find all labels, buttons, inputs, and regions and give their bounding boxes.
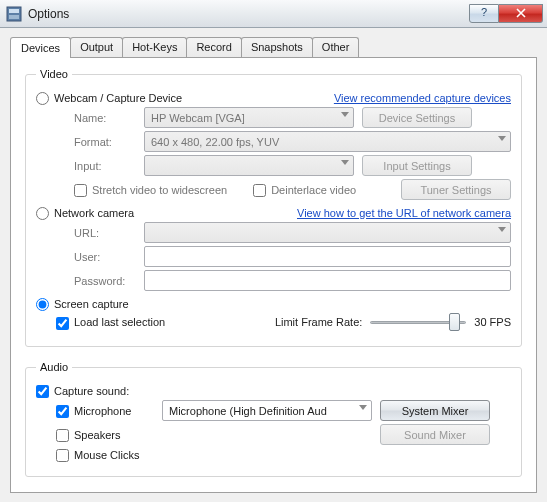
input-password[interactable] bbox=[144, 270, 511, 291]
tab-panel-devices: Video Webcam / Capture Device View recom… bbox=[10, 57, 537, 493]
label-user: User: bbox=[74, 251, 144, 263]
combo-microphone-value: Microphone (High Definition Aud bbox=[169, 405, 327, 417]
cb-microphone-label: Microphone bbox=[74, 405, 162, 417]
help-button[interactable]: ? bbox=[469, 4, 499, 23]
chevron-down-icon bbox=[341, 160, 349, 165]
svg-rect-2 bbox=[9, 15, 19, 19]
cb-deinterlace[interactable] bbox=[253, 184, 266, 197]
radio-network-camera-label: Network camera bbox=[54, 207, 134, 219]
cb-capture-sound-label: Capture sound: bbox=[54, 385, 129, 397]
titlebar: Options ? bbox=[0, 0, 547, 28]
radio-webcam-label: Webcam / Capture Device bbox=[54, 92, 182, 104]
cb-speakers-label: Speakers bbox=[74, 429, 162, 441]
cb-capture-sound[interactable] bbox=[36, 385, 49, 398]
group-video-legend: Video bbox=[36, 68, 72, 80]
combo-webcam-name-value: HP Webcam [VGA] bbox=[151, 112, 245, 124]
client-area: Devices Output Hot-Keys Record Snapshots… bbox=[0, 28, 547, 502]
radio-screen-capture-label: Screen capture bbox=[54, 298, 129, 310]
tab-snapshots[interactable]: Snapshots bbox=[241, 37, 313, 58]
label-name: Name: bbox=[74, 112, 144, 124]
radio-webcam[interactable] bbox=[36, 92, 49, 105]
titlebar-buttons: ? bbox=[469, 4, 543, 24]
label-format: Format: bbox=[74, 136, 144, 148]
combo-format-value: 640 x 480, 22.00 fps, YUV bbox=[151, 136, 279, 148]
combo-url[interactable] bbox=[144, 222, 511, 243]
tab-record[interactable]: Record bbox=[186, 37, 241, 58]
chevron-down-icon bbox=[498, 136, 506, 141]
cb-load-last[interactable] bbox=[56, 317, 69, 330]
label-url: URL: bbox=[74, 227, 144, 239]
btn-system-mixer[interactable]: System Mixer bbox=[380, 400, 490, 421]
combo-input[interactable] bbox=[144, 155, 354, 176]
cb-microphone[interactable] bbox=[56, 405, 69, 418]
cb-stretch[interactable] bbox=[74, 184, 87, 197]
combo-webcam-name[interactable]: HP Webcam [VGA] bbox=[144, 107, 354, 128]
tab-hot-keys[interactable]: Hot-Keys bbox=[122, 37, 187, 58]
fps-value: 30 FPS bbox=[474, 316, 511, 328]
group-audio: Audio Capture sound: Microphone Micropho… bbox=[25, 361, 522, 477]
tab-devices[interactable]: Devices bbox=[10, 37, 71, 58]
close-button[interactable] bbox=[499, 4, 543, 23]
btn-tuner-settings[interactable]: Tuner Settings bbox=[401, 179, 511, 200]
tab-output[interactable]: Output bbox=[70, 37, 123, 58]
cb-mouse-clicks[interactable] bbox=[56, 449, 69, 462]
radio-network-camera[interactable] bbox=[36, 207, 49, 220]
chevron-down-icon bbox=[359, 405, 367, 410]
cb-stretch-label: Stretch video to widescreen bbox=[92, 184, 227, 196]
radio-screen-capture[interactable] bbox=[36, 298, 49, 311]
label-limit-frame-rate: Limit Frame Rate: bbox=[275, 316, 362, 328]
label-input: Input: bbox=[74, 160, 144, 172]
svg-text:?: ? bbox=[481, 8, 487, 18]
group-audio-legend: Audio bbox=[36, 361, 72, 373]
svg-rect-1 bbox=[9, 9, 19, 13]
cb-deinterlace-label: Deinterlace video bbox=[271, 184, 356, 196]
cb-speakers[interactable] bbox=[56, 429, 69, 442]
btn-sound-mixer[interactable]: Sound Mixer bbox=[380, 424, 490, 445]
combo-format[interactable]: 640 x 480, 22.00 fps, YUV bbox=[144, 131, 511, 152]
group-video: Video Webcam / Capture Device View recom… bbox=[25, 68, 522, 347]
window-title: Options bbox=[28, 7, 469, 21]
cb-load-last-label: Load last selection bbox=[74, 316, 165, 328]
btn-input-settings[interactable]: Input Settings bbox=[362, 155, 472, 176]
slider-frame-rate[interactable] bbox=[370, 313, 466, 331]
btn-device-settings[interactable]: Device Settings bbox=[362, 107, 472, 128]
combo-microphone[interactable]: Microphone (High Definition Aud bbox=[162, 400, 372, 421]
label-password: Password: bbox=[74, 275, 144, 287]
tab-other[interactable]: Other bbox=[312, 37, 360, 58]
input-user[interactable] bbox=[144, 246, 511, 267]
app-icon bbox=[6, 6, 22, 22]
chevron-down-icon bbox=[498, 227, 506, 232]
link-recommended-devices[interactable]: View recommended capture devices bbox=[334, 92, 511, 104]
link-network-url-howto[interactable]: View how to get the URL of network camer… bbox=[297, 207, 511, 219]
chevron-down-icon bbox=[341, 112, 349, 117]
tabstrip: Devices Output Hot-Keys Record Snapshots… bbox=[10, 37, 537, 58]
cb-mouse-clicks-label: Mouse Clicks bbox=[74, 449, 139, 461]
slider-thumb[interactable] bbox=[449, 313, 460, 331]
